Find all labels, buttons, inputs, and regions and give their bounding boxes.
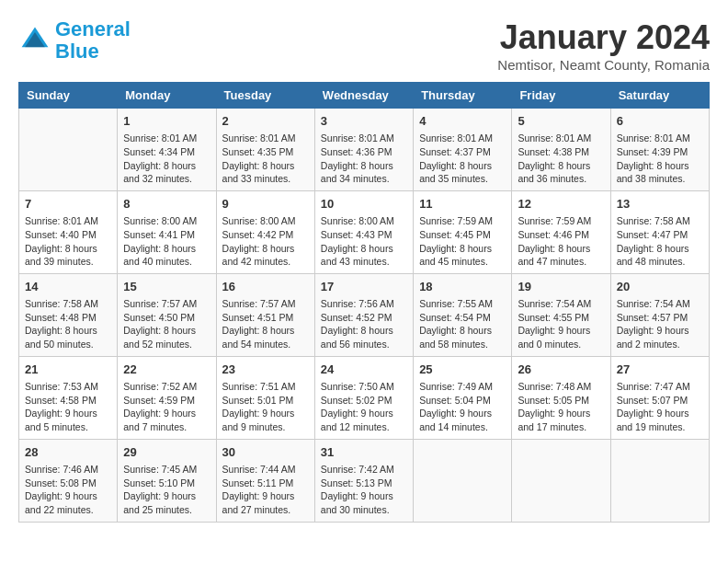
calendar-cell <box>19 109 118 191</box>
day-info: Sunrise: 7:52 AM Sunset: 4:59 PM Dayligh… <box>123 380 210 434</box>
calendar-cell: 24Sunrise: 7:50 AM Sunset: 5:02 PM Dayli… <box>314 356 413 439</box>
calendar-table: SundayMondayTuesdayWednesdayThursdayFrid… <box>18 82 710 523</box>
weekday-header-monday: Monday <box>118 83 216 109</box>
day-number: 7 <box>25 196 111 213</box>
day-number: 2 <box>222 113 309 130</box>
calendar-cell: 13Sunrise: 7:58 AM Sunset: 4:47 PM Dayli… <box>610 190 709 273</box>
calendar-cell: 31Sunrise: 7:42 AM Sunset: 5:13 PM Dayli… <box>314 439 413 522</box>
weekday-header-tuesday: Tuesday <box>216 83 314 109</box>
day-info: Sunrise: 7:53 AM Sunset: 4:58 PM Dayligh… <box>25 380 111 434</box>
calendar-cell: 4Sunrise: 8:01 AM Sunset: 4:37 PM Daylig… <box>414 109 512 191</box>
calendar-cell <box>512 439 610 522</box>
day-number: 10 <box>321 196 407 213</box>
calendar-week-4: 21Sunrise: 7:53 AM Sunset: 4:58 PM Dayli… <box>19 356 710 439</box>
day-number: 22 <box>123 362 210 378</box>
day-info: Sunrise: 7:57 AM Sunset: 4:50 PM Dayligh… <box>123 297 210 351</box>
calendar-cell: 14Sunrise: 7:58 AM Sunset: 4:48 PM Dayli… <box>19 273 118 356</box>
page-header: General Blue January 2024 Nemtisor, Neam… <box>18 18 710 73</box>
day-number: 9 <box>222 196 309 213</box>
calendar-cell: 12Sunrise: 7:59 AM Sunset: 4:46 PM Dayli… <box>512 190 610 273</box>
day-info: Sunrise: 8:00 AM Sunset: 4:41 PM Dayligh… <box>123 214 210 269</box>
day-info: Sunrise: 7:58 AM Sunset: 4:48 PM Dayligh… <box>25 297 111 351</box>
day-number: 19 <box>518 279 604 295</box>
day-number: 15 <box>123 279 210 295</box>
weekday-header-saturday: Saturday <box>610 83 709 109</box>
day-number: 8 <box>123 196 210 213</box>
day-info: Sunrise: 7:45 AM Sunset: 5:10 PM Dayligh… <box>123 463 210 517</box>
calendar-cell: 15Sunrise: 7:57 AM Sunset: 4:50 PM Dayli… <box>118 273 216 356</box>
calendar-week-5: 28Sunrise: 7:46 AM Sunset: 5:08 PM Dayli… <box>19 439 710 522</box>
calendar-cell: 30Sunrise: 7:44 AM Sunset: 5:11 PM Dayli… <box>216 439 314 522</box>
calendar-cell: 17Sunrise: 7:56 AM Sunset: 4:52 PM Dayli… <box>314 273 413 356</box>
day-info: Sunrise: 7:42 AM Sunset: 5:13 PM Dayligh… <box>321 463 407 517</box>
calendar-cell: 19Sunrise: 7:54 AM Sunset: 4:55 PM Dayli… <box>512 273 610 356</box>
calendar-cell: 1Sunrise: 8:01 AM Sunset: 4:34 PM Daylig… <box>118 109 216 191</box>
day-info: Sunrise: 7:54 AM Sunset: 4:57 PM Dayligh… <box>617 297 703 351</box>
calendar-cell: 22Sunrise: 7:52 AM Sunset: 4:59 PM Dayli… <box>118 356 216 439</box>
day-number: 26 <box>518 362 604 378</box>
calendar-cell: 9Sunrise: 8:00 AM Sunset: 4:42 PM Daylig… <box>216 190 314 273</box>
day-info: Sunrise: 7:56 AM Sunset: 4:52 PM Dayligh… <box>321 297 407 351</box>
day-number: 31 <box>321 444 407 461</box>
day-number: 13 <box>617 196 703 213</box>
logo: General Blue <box>18 18 131 63</box>
calendar-cell: 3Sunrise: 8:01 AM Sunset: 4:36 PM Daylig… <box>314 109 413 191</box>
calendar-cell: 28Sunrise: 7:46 AM Sunset: 5:08 PM Dayli… <box>19 439 118 522</box>
day-info: Sunrise: 8:01 AM Sunset: 4:35 PM Dayligh… <box>222 132 309 186</box>
day-number: 11 <box>419 196 506 213</box>
day-info: Sunrise: 8:00 AM Sunset: 4:42 PM Dayligh… <box>222 214 309 269</box>
day-info: Sunrise: 8:01 AM Sunset: 4:40 PM Dayligh… <box>25 214 111 269</box>
calendar-week-1: 1Sunrise: 8:01 AM Sunset: 4:34 PM Daylig… <box>19 109 710 191</box>
calendar-title: January 2024 <box>497 18 710 57</box>
day-info: Sunrise: 7:44 AM Sunset: 5:11 PM Dayligh… <box>222 463 309 517</box>
day-number: 12 <box>518 196 604 213</box>
calendar-cell: 29Sunrise: 7:45 AM Sunset: 5:10 PM Dayli… <box>118 439 216 522</box>
day-info: Sunrise: 8:00 AM Sunset: 4:43 PM Dayligh… <box>321 214 407 269</box>
day-info: Sunrise: 7:48 AM Sunset: 5:05 PM Dayligh… <box>518 380 604 434</box>
calendar-cell: 21Sunrise: 7:53 AM Sunset: 4:58 PM Dayli… <box>19 356 118 439</box>
day-info: Sunrise: 7:46 AM Sunset: 5:08 PM Dayligh… <box>25 463 111 517</box>
calendar-cell: 7Sunrise: 8:01 AM Sunset: 4:40 PM Daylig… <box>19 190 118 273</box>
day-number: 18 <box>419 279 506 295</box>
title-block: January 2024 Nemtisor, Neamt County, Rom… <box>497 18 710 73</box>
day-number: 17 <box>321 279 407 295</box>
weekday-header-friday: Friday <box>512 83 610 109</box>
calendar-cell: 8Sunrise: 8:00 AM Sunset: 4:41 PM Daylig… <box>118 190 216 273</box>
day-number: 14 <box>25 279 111 295</box>
day-number: 6 <box>617 113 703 130</box>
calendar-cell <box>610 439 709 522</box>
day-number: 30 <box>222 444 309 461</box>
day-number: 28 <box>25 444 111 461</box>
day-info: Sunrise: 8:01 AM Sunset: 4:38 PM Dayligh… <box>518 132 604 186</box>
day-number: 20 <box>617 279 703 295</box>
day-number: 16 <box>222 279 309 295</box>
day-number: 27 <box>617 362 703 378</box>
day-info: Sunrise: 7:49 AM Sunset: 5:04 PM Dayligh… <box>419 380 506 434</box>
weekday-header-sunday: Sunday <box>19 83 118 109</box>
day-number: 24 <box>321 362 407 378</box>
calendar-subtitle: Nemtisor, Neamt County, Romania <box>497 57 710 73</box>
calendar-cell: 27Sunrise: 7:47 AM Sunset: 5:07 PM Dayli… <box>610 356 709 439</box>
day-number: 29 <box>123 444 210 461</box>
logo-line2: Blue <box>55 40 99 63</box>
calendar-cell: 18Sunrise: 7:55 AM Sunset: 4:54 PM Dayli… <box>414 273 512 356</box>
calendar-cell: 23Sunrise: 7:51 AM Sunset: 5:01 PM Dayli… <box>216 356 314 439</box>
day-info: Sunrise: 8:01 AM Sunset: 4:37 PM Dayligh… <box>419 132 506 186</box>
day-number: 21 <box>25 362 111 378</box>
day-info: Sunrise: 8:01 AM Sunset: 4:36 PM Dayligh… <box>321 132 407 186</box>
day-number: 1 <box>123 113 210 130</box>
logo-text: General Blue <box>55 18 131 63</box>
day-info: Sunrise: 7:59 AM Sunset: 4:46 PM Dayligh… <box>518 214 604 269</box>
day-info: Sunrise: 8:01 AM Sunset: 4:39 PM Dayligh… <box>617 132 703 186</box>
day-info: Sunrise: 7:47 AM Sunset: 5:07 PM Dayligh… <box>617 380 703 434</box>
weekday-header-thursday: Thursday <box>414 83 512 109</box>
day-info: Sunrise: 7:50 AM Sunset: 5:02 PM Dayligh… <box>321 380 407 434</box>
calendar-cell: 2Sunrise: 8:01 AM Sunset: 4:35 PM Daylig… <box>216 109 314 191</box>
day-info: Sunrise: 7:55 AM Sunset: 4:54 PM Dayligh… <box>419 297 506 351</box>
calendar-cell: 16Sunrise: 7:57 AM Sunset: 4:51 PM Dayli… <box>216 273 314 356</box>
day-info: Sunrise: 8:01 AM Sunset: 4:34 PM Dayligh… <box>123 132 210 186</box>
day-number: 25 <box>419 362 506 378</box>
day-number: 4 <box>419 113 506 130</box>
calendar-cell: 25Sunrise: 7:49 AM Sunset: 5:04 PM Dayli… <box>414 356 512 439</box>
calendar-week-2: 7Sunrise: 8:01 AM Sunset: 4:40 PM Daylig… <box>19 190 710 273</box>
